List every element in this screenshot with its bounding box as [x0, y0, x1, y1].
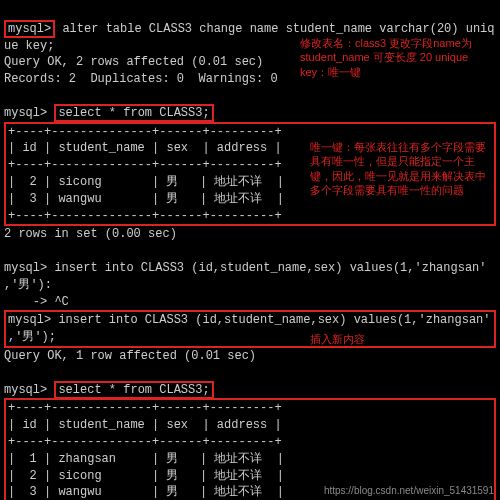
- table-border: +----+--------------+------+---------+: [8, 158, 282, 172]
- table-row: | 3 | wangwu | 男 | 地址不详 |: [8, 192, 284, 206]
- prompt[interactable]: mysql>: [4, 261, 47, 275]
- line-sel1-res: 2 rows in set (0.00 sec): [4, 227, 177, 241]
- table-row: | 1 | zhangsan | 男 | 地址不详 |: [8, 452, 284, 466]
- table-border: +----+--------------+------+---------+: [8, 125, 282, 139]
- table-border: +----+--------------+------+---------+: [8, 401, 282, 415]
- table-row: | 2 | sicong | 男 | 地址不详 |: [8, 469, 284, 483]
- prompt[interactable]: mysql>: [4, 106, 47, 120]
- line-ins1c: -> ^C: [4, 295, 69, 309]
- table-header: | id | student_name | sex | address |: [8, 141, 282, 155]
- cmd-select1: select * from CLASS3;: [54, 104, 213, 122]
- prompt[interactable]: mysql>: [8, 313, 51, 327]
- line-ins2b: ,'男');: [8, 330, 56, 344]
- annotation-alter: 修改表名：class3 更改字段name为 student_name 可变长度 …: [300, 36, 490, 79]
- line-sel2: mysql> select * from CLASS3;: [4, 381, 214, 399]
- line-ins1a: mysql> insert into CLASS3 (id,student_na…: [4, 261, 487, 275]
- watermark: https://blog.csdn.net/weixin_51431591: [324, 484, 494, 498]
- line-alter2: ue key;: [4, 39, 54, 53]
- line-alter-rec: Records: 2 Duplicates: 0 Warnings: 0: [4, 72, 278, 86]
- prompt[interactable]: mysql>: [4, 383, 47, 397]
- cmd-select2: select * from CLASS3;: [54, 381, 213, 399]
- annotation-insert: 插入新内容: [310, 332, 430, 346]
- line-ins1b: ,'男'):: [4, 278, 52, 292]
- line-ins-ok: Query OK, 1 row affected (0.01 sec): [4, 349, 256, 363]
- annotation-unique: 唯一键：每张表往往有多个字段需要具有唯一性，但是只能指定一个主键，因此，唯一见就…: [310, 140, 495, 197]
- table-row: | 3 | wangwu | 男 | 地址不详 |: [8, 485, 284, 499]
- table-header: | id | student_name | sex | address |: [8, 418, 282, 432]
- table-border: +----+--------------+------+---------+: [8, 435, 282, 449]
- prompt[interactable]: mysql>: [4, 20, 55, 38]
- table-row: | 2 | sicong | 男 | 地址不详 |: [8, 175, 284, 189]
- line-sel1: mysql> select * from CLASS3;: [4, 104, 214, 122]
- table-border: +----+--------------+------+---------+: [8, 209, 282, 223]
- line-alter-ok: Query OK, 2 rows affected (0.01 sec): [4, 55, 263, 69]
